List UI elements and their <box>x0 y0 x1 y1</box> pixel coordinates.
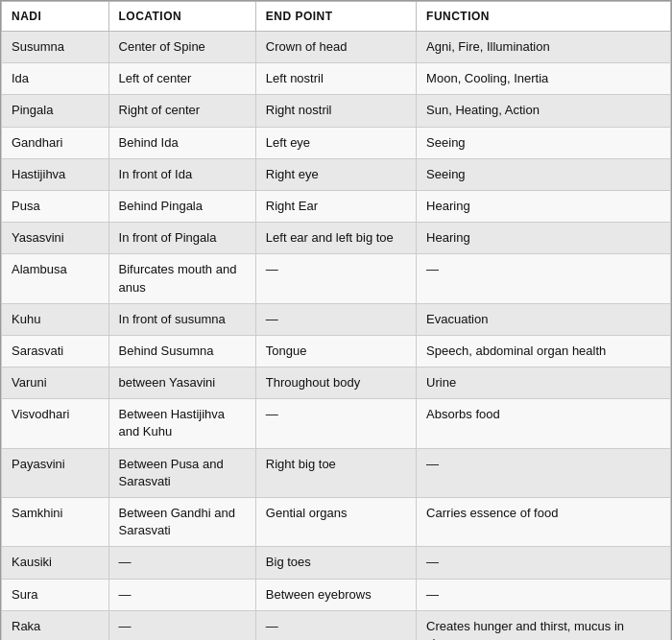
table-row: YasasviniIn front of PingalaLeft ear and… <box>2 223 671 254</box>
cell-function: Hearing <box>417 190 671 222</box>
table-row: SamkhiniBetween Gandhi and SarasvatiGent… <box>2 498 671 547</box>
cell-function: Evacuation <box>417 303 671 335</box>
header-function: FUNCTION <box>417 2 671 32</box>
cell-location: Behind Susumna <box>108 335 255 367</box>
cell-nadi: Alambusa <box>2 254 109 303</box>
cell-location: Right of center <box>108 95 255 127</box>
cell-nadi: Varuni <box>2 367 109 399</box>
cell-endpoint: Crown of head <box>255 32 416 63</box>
header-nadi: NADI <box>2 2 109 32</box>
table-row: Varunibetween YasaviniThroughout bodyUri… <box>2 367 671 399</box>
nadi-table: NADI LOCATION END POINT FUNCTION Susumna… <box>1 1 671 640</box>
cell-endpoint: Right Ear <box>255 190 416 222</box>
cell-endpoint: Left ear and left big toe <box>255 223 416 254</box>
cell-function: Seeing <box>417 127 671 158</box>
table-row: KuhuIn front of susumna—Evacuation <box>2 303 671 335</box>
cell-function: — <box>417 448 671 497</box>
cell-location: Between Gandhi and Sarasvati <box>108 498 255 547</box>
cell-function: Creates hunger and thirst, mucus in sinu… <box>417 610 671 640</box>
cell-function: Moon, Cooling, Inertia <box>417 63 671 95</box>
table-row: IdaLeft of centerLeft nostrilMoon, Cooli… <box>2 63 671 95</box>
table-row: Raka——Creates hunger and thirst, mucus i… <box>2 610 671 640</box>
cell-nadi: Hastijihva <box>2 158 109 190</box>
cell-location: Center of Spine <box>108 32 255 63</box>
cell-nadi: Kausiki <box>2 547 109 579</box>
cell-endpoint: — <box>255 254 416 303</box>
nadi-table-container: NADI LOCATION END POINT FUNCTION Susumna… <box>0 0 672 640</box>
table-header-row: NADI LOCATION END POINT FUNCTION <box>2 2 671 32</box>
table-row: PayasviniBetween Pusa and SarasvatiRight… <box>2 448 671 497</box>
cell-location: Between Hastijihva and Kuhu <box>108 399 255 448</box>
cell-location: Left of center <box>108 63 255 95</box>
table-row: SarasvatiBehind SusumnaTongueSpeech, abd… <box>2 335 671 367</box>
cell-endpoint: Left nostril <box>255 63 416 95</box>
table-row: PusaBehind PingalaRight EarHearing <box>2 190 671 222</box>
cell-location: — <box>108 610 255 640</box>
cell-nadi: Pingala <box>2 95 109 127</box>
cell-nadi: Payasvini <box>2 448 109 497</box>
cell-location: In front of Pingala <box>108 223 255 254</box>
cell-function: — <box>417 547 671 579</box>
cell-endpoint: — <box>255 610 416 640</box>
cell-nadi: Sarasvati <box>2 335 109 367</box>
cell-function: — <box>417 254 671 303</box>
table-row: Sura—Between eyebrows— <box>2 579 671 610</box>
cell-nadi: Sura <box>2 579 109 610</box>
cell-nadi: Susumna <box>2 32 109 63</box>
cell-nadi: Ida <box>2 63 109 95</box>
cell-endpoint: Tongue <box>255 335 416 367</box>
cell-endpoint: — <box>255 399 416 448</box>
cell-endpoint: Between eyebrows <box>255 579 416 610</box>
cell-function: Speech, abdominal organ health <box>417 335 671 367</box>
cell-endpoint: Throughout body <box>255 367 416 399</box>
cell-location: Behind Pingala <box>108 190 255 222</box>
table-row: VisvodhariBetween Hastijihva and Kuhu—Ab… <box>2 399 671 448</box>
cell-endpoint: — <box>255 303 416 335</box>
table-row: GandhariBehind IdaLeft eyeSeeing <box>2 127 671 158</box>
cell-endpoint: Left eye <box>255 127 416 158</box>
cell-nadi: Gandhari <box>2 127 109 158</box>
table-row: Kausiki—Big toes— <box>2 547 671 579</box>
cell-function: Urine <box>417 367 671 399</box>
cell-location: Behind Ida <box>108 127 255 158</box>
cell-function: Agni, Fire, Illumination <box>417 32 671 63</box>
cell-function: — <box>417 579 671 610</box>
cell-location: In front of Ida <box>108 158 255 190</box>
cell-endpoint: Big toes <box>255 547 416 579</box>
header-location: LOCATION <box>108 2 255 32</box>
cell-endpoint: Right big toe <box>255 448 416 497</box>
cell-nadi: Visvodhari <box>2 399 109 448</box>
cell-location: In front of susumna <box>108 303 255 335</box>
cell-nadi: Raka <box>2 610 109 640</box>
cell-location: between Yasavini <box>108 367 255 399</box>
cell-function: Sun, Heating, Action <box>417 95 671 127</box>
cell-location: Bifurcates mouth and anus <box>108 254 255 303</box>
table-row: HastijihvaIn front of IdaRight eyeSeeing <box>2 158 671 190</box>
cell-location: Between Pusa and Sarasvati <box>108 448 255 497</box>
table-row: AlambusaBifurcates mouth and anus—— <box>2 254 671 303</box>
cell-function: Absorbs food <box>417 399 671 448</box>
table-row: SusumnaCenter of SpineCrown of headAgni,… <box>2 32 671 63</box>
cell-function: Hearing <box>417 223 671 254</box>
cell-nadi: Pusa <box>2 190 109 222</box>
cell-location: — <box>108 547 255 579</box>
cell-function: Seeing <box>417 158 671 190</box>
header-endpoint: END POINT <box>255 2 416 32</box>
cell-nadi: Yasasvini <box>2 223 109 254</box>
cell-endpoint: Right eye <box>255 158 416 190</box>
table-row: PingalaRight of centerRight nostrilSun, … <box>2 95 671 127</box>
cell-endpoint: Right nostril <box>255 95 416 127</box>
cell-nadi: Samkhini <box>2 498 109 547</box>
cell-endpoint: Gential organs <box>255 498 416 547</box>
cell-nadi: Kuhu <box>2 303 109 335</box>
cell-location: — <box>108 579 255 610</box>
cell-function: Carries essence of food <box>417 498 671 547</box>
